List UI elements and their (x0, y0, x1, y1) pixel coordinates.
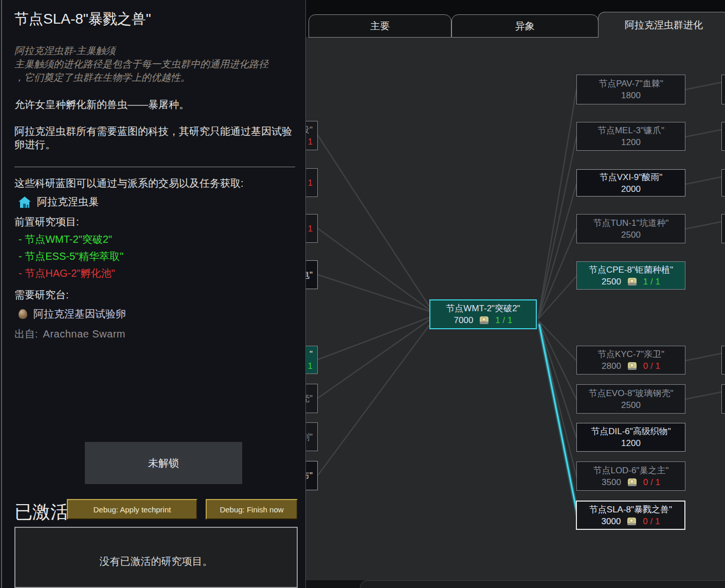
node-title: 节点EVO-8"玻璃钢壳" (588, 387, 673, 399)
node-cost: 3000 (602, 515, 621, 527)
research-node-stub[interactable] (721, 122, 725, 151)
node-cost: 2500 (621, 399, 641, 411)
node-title: 役" (306, 124, 313, 136)
techprint-count: 1 (308, 360, 313, 372)
techprint-count: 1 (308, 177, 313, 189)
research-node[interactable]: 节点TUN-1"坑道种"2500 (576, 214, 685, 243)
node-title: 节点CPE-8"钜菌种植" (589, 264, 673, 276)
techprint-count: 0 / 1 (643, 476, 660, 488)
techprint-count: 1 / 1 (643, 276, 660, 288)
tab-anomaly[interactable]: 异象 (451, 14, 599, 38)
research-node[interactable]: 节点LOD-6"巢之主"35000 / 1 (576, 461, 685, 491)
node-cost: 2000 (621, 183, 641, 195)
research-node[interactable]: 节点VXI-9"酸雨"2000 (576, 169, 685, 197)
techprint-acquire-note: 这些科研蓝图可以通过与派系的交易以及任务获取: (14, 176, 295, 190)
gene-egg-icon (19, 309, 27, 319)
node-title: 节点WMT-2"突破2" (446, 302, 520, 314)
node-cost: 1200 (621, 437, 641, 449)
research-flavor-line: 主巢触须的进化路径是包含于每一支虫群中的通用进化路径 (14, 58, 295, 71)
research-node[interactable]: 节点EVO-8"玻璃钢壳"2500 (576, 384, 685, 414)
panel-divider (14, 167, 295, 167)
research-node-partial[interactable]: 布" (306, 461, 318, 490)
research-node-partial[interactable]: 电" (306, 260, 318, 289)
research-node-partial[interactable]: 壳" (306, 384, 318, 413)
node-cost: 7000 (454, 314, 474, 326)
techprint-icon (628, 478, 637, 486)
node-title: 节点VXI-9"酸雨" (600, 171, 663, 183)
research-unlock-description: 允许女皇种孵化新的兽虫——暴屠种。 (14, 98, 295, 111)
prereq-item: - 节点ESS-5"精华萃取" (19, 250, 295, 263)
research-node[interactable]: 节点MEL-3"镰爪"1200 (576, 122, 685, 151)
tree-bottom-corner (360, 580, 725, 588)
research-bench-label: 需要研究台: (14, 288, 295, 302)
tab-arachnae-swarm-evolution[interactable]: 阿拉克涅虫群进化 (598, 12, 725, 38)
active-projects-empty-text: 没有已激活的研究项目。 (100, 555, 213, 568)
mod-source-line: 出自:Arachnae Swarm (14, 327, 295, 341)
research-node-stub[interactable] (721, 384, 725, 414)
panel-left-border (1, 0, 2, 588)
research-node-stub[interactable] (721, 214, 725, 243)
research-blueprint-note: 阿拉克涅虫群所有需要蓝图的科技，其研究只能通过基因试验卵进行。 (14, 124, 295, 151)
node-title: 节点DIL-6"高级织物" (591, 425, 671, 437)
research-flavor-line: 阿拉克涅虫群-主巢触须 (14, 44, 295, 58)
research-tree-canvas[interactable]: 节点PAV-7"血棘"1800节点MEL-3"镰爪"1200节点VXI-9"酸雨… (306, 37, 725, 588)
faction-home-icon (19, 197, 31, 208)
node-cost: 2800 (602, 360, 621, 372)
techprint-icon (628, 278, 637, 286)
research-info-panel: 节点SLA-8"暴戮之兽" 阿拉克涅虫群-主巢触须 主巢触须的进化路径是包含于每… (0, 0, 306, 588)
node-title: 节点TUN-1"坑道种" (593, 217, 668, 229)
node-title: 节点KYC-7"亲卫" (597, 348, 664, 360)
node-cost: 3500 (602, 476, 621, 488)
techprint-icon (627, 518, 636, 525)
tab-main[interactable]: 主要 (309, 14, 451, 38)
node-title: 刺" (306, 431, 313, 443)
prereq-item: - 节点WMT-2"突破2" (19, 233, 295, 246)
research-node[interactable]: 节点WMT-2"突破2"70001 / 1 (429, 299, 537, 329)
node-title: 电" (306, 269, 313, 281)
prerequisites-label: 前置研究项目: (14, 215, 295, 229)
active-projects-box: 没有已激活的研究项目。 (14, 527, 298, 588)
research-node[interactable]: 节点PAV-7"血棘"1800 (576, 75, 685, 104)
mod-source-label: 出自: (14, 328, 38, 340)
node-title: 布" (306, 470, 313, 482)
techprint-count: 1 / 1 (495, 314, 512, 326)
research-title: 节点SLA-8"暴戮之兽" (14, 9, 295, 29)
techprint-count: 0 / 1 (643, 360, 660, 372)
node-title: " (310, 348, 313, 360)
node-title: 壳" (306, 393, 313, 404)
research-node-stub[interactable] (721, 169, 725, 197)
research-node-partial[interactable]: 刺" (306, 422, 318, 451)
node-title: 节点SLA-8"暴戮之兽" (589, 504, 672, 515)
prerequisites-list: - 节点WMT-2"突破2"- 节点ESS-5"精华萃取"- 节点HAG-2"孵… (19, 233, 295, 280)
node-cost: 2500 (602, 276, 621, 288)
research-node[interactable]: 节点SLA-8"暴戮之兽"30000 / 1 (576, 501, 685, 530)
debug-finish-now-button[interactable]: Debug: Finish now (206, 499, 298, 520)
research-bench-name: 阿拉克涅基因试验卵 (33, 307, 126, 321)
node-title: 节点PAV-7"血棘" (599, 78, 663, 90)
research-node[interactable]: 节点KYC-7"亲卫"28000 / 1 (576, 346, 685, 375)
techprint-count: 1 (308, 136, 313, 148)
research-node-partial[interactable]: 1 (306, 214, 318, 243)
node-cost: 1800 (621, 90, 641, 101)
techprint-count: 1 (308, 223, 313, 235)
prereq-item: - 节点HAG-2"孵化池" (19, 266, 295, 280)
node-cost: 1200 (621, 136, 641, 148)
research-node-partial[interactable]: 役"1 (306, 121, 318, 150)
research-flavor-line: ，它们奠定了虫群在生物学上的优越性。 (14, 71, 295, 84)
research-node[interactable]: 节点CPE-8"钜菌种植"25001 / 1 (576, 261, 685, 290)
unlock-status-button[interactable]: 未解锁 (85, 442, 242, 484)
research-node-partial[interactable]: "1 (306, 346, 318, 374)
active-projects-header: 已激活 (14, 500, 68, 524)
research-node-partial[interactable]: 1 (306, 168, 318, 197)
techprint-icon (480, 316, 488, 324)
techprint-count: 0 / 1 (643, 515, 660, 527)
techprint-icon (628, 362, 637, 370)
research-node[interactable]: 节点DIL-6"高级织物"1200 (576, 423, 685, 452)
research-tree-region: 节点PAV-7"血棘"1800节点MEL-3"镰爪"1200节点VXI-9"酸雨… (306, 0, 725, 588)
node-title: 节点MEL-3"镰爪" (597, 124, 664, 136)
node-cost: 2500 (621, 229, 641, 241)
research-node-stub[interactable] (721, 75, 725, 104)
research-node-stub[interactable] (721, 346, 725, 375)
node-title: 节点LOD-6"巢之主" (593, 465, 668, 476)
debug-apply-techprint-button[interactable]: Debug: Apply techprint (67, 499, 197, 520)
